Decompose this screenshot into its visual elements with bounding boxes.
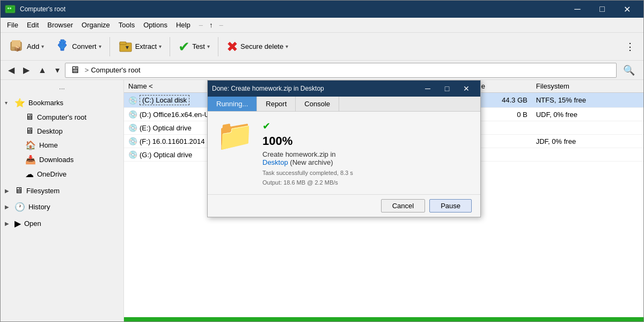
menu-bar: File Edit Browser Organize Tools Options… — [1, 18, 643, 33]
menu-edit[interactable]: Edit — [23, 19, 43, 31]
drive-icon-d: 💿 — [128, 110, 137, 119]
menu-file[interactable]: File — [3, 19, 23, 31]
secure-delete-button[interactable]: ✖ Secure delete ▾ — [222, 36, 293, 57]
menu-browser[interactable]: Browser — [43, 19, 77, 31]
extract-arrow[interactable]: ▾ — [159, 43, 162, 49]
sidebar-more[interactable]: ··· — [1, 82, 123, 94]
address-path[interactable]: 🖥 > Computer's root — [65, 63, 617, 78]
convert-arrow[interactable]: ▾ — [99, 43, 101, 49]
onedrive-icon: ☁ — [25, 169, 34, 179]
filesystem-icon: 🖥 — [14, 186, 23, 195]
sidebar-section-filesystem: ▶ 🖥 Filesystem — [1, 182, 123, 199]
open-expand-icon: ▶ — [5, 221, 11, 226]
dialog-body: 📁 ✔ 100% Create homework.zip in Desktop … — [208, 112, 480, 194]
minimize-button[interactable]: ─ — [565, 1, 590, 18]
drive-label-e: (E:) Optical drive — [140, 124, 192, 132]
pause-button[interactable]: Pause — [429, 199, 472, 213]
secure-delete-arrow[interactable]: ▾ — [286, 43, 288, 49]
sidebar-onedrive-label: OneDrive — [37, 170, 67, 178]
cancel-button[interactable]: Cancel — [381, 199, 425, 213]
dialog-tab-console[interactable]: Console — [296, 97, 339, 111]
convert-button[interactable]: ⇄ Convert ▾ — [50, 36, 106, 57]
test-button[interactable]: ✔ Test ▾ — [173, 36, 215, 57]
dialog-desc-link[interactable]: Desktop — [262, 158, 288, 166]
drive-icon-f: 💿 — [128, 137, 137, 145]
sidebar-item-onedrive[interactable]: ☁ OneDrive — [1, 167, 123, 181]
history-dropdown-button[interactable]: ▾ — [52, 63, 63, 77]
sidebar-item-history[interactable]: ▶ 🕐 History — [1, 200, 123, 214]
sidebar-item-desktop[interactable]: 🖥 Desktop — [1, 124, 123, 138]
dialog-tabs: Running... Report Console — [208, 97, 480, 112]
path-text: Computer's root — [91, 66, 140, 74]
menu-help[interactable]: Help — [172, 19, 195, 31]
cell-fs-d: UDF, 0% free — [532, 108, 643, 121]
menu-tools[interactable]: Tools — [114, 19, 139, 31]
sidebar-downloads-label: Downloads — [39, 156, 74, 164]
downloads-icon: 📥 — [25, 155, 36, 165]
history-expand-icon: ▶ — [5, 204, 11, 210]
convert-label: Convert — [72, 42, 97, 50]
sidebar-history-label: History — [28, 203, 50, 211]
cell-fs-c: NTFS, 15% free — [532, 93, 643, 108]
sidebar-item-home[interactable]: 🏠 Home — [1, 138, 123, 152]
dialog-desc-line1: Create homework.zip in — [262, 150, 336, 158]
sidebar-section-open: ▶ ▶ Open — [1, 215, 123, 232]
dialog-title: Done: Create homework.zip in Desktop — [212, 85, 418, 92]
drive-icon-e: 💿 — [128, 123, 137, 132]
window-controls: ─ □ ✕ — [565, 1, 639, 18]
filesystem-expand-icon: ▶ — [5, 188, 11, 194]
toolbar: 📦 Add ▾ ⇄ Convert ▾ — [1, 33, 643, 61]
menu-options[interactable]: Options — [139, 19, 172, 31]
extract-button[interactable]: Extract ▾ — [113, 36, 166, 57]
maximize-button[interactable]: □ — [590, 1, 614, 18]
toolbar-more[interactable]: ⋮ — [621, 39, 639, 55]
drive-label-c: (C:) Local disk — [140, 95, 189, 105]
home-icon: 🏠 — [25, 140, 36, 150]
sidebar-item-filesystem[interactable]: ▶ 🖥 Filesystem — [1, 184, 123, 197]
sidebar-bookmarks-label: Bookmarks — [28, 99, 63, 107]
dialog-tab-running[interactable]: Running... — [208, 97, 257, 111]
dialog-maximize-button[interactable]: □ — [437, 80, 457, 97]
add-arrow[interactable]: ▾ — [41, 43, 44, 49]
drive-icon-c: 💿 — [128, 96, 137, 105]
search-button[interactable]: 🔍 — [619, 62, 639, 78]
dialog-desc-link2: (New archive) — [290, 158, 333, 166]
dialog-tab-report[interactable]: Report — [257, 97, 296, 111]
dialog-desc: Create homework.zip in Desktop (New arch… — [262, 150, 472, 166]
add-button[interactable]: 📦 Add ▾ — [5, 36, 49, 57]
bookmarks-expand-icon: ▾ — [5, 100, 11, 106]
sidebar-item-open[interactable]: ▶ ▶ Open — [1, 216, 123, 231]
dialog-minimize-button[interactable]: ─ — [418, 80, 437, 97]
history-icon: 🕐 — [14, 202, 25, 212]
app-icon — [5, 4, 16, 14]
svg-text:📦: 📦 — [14, 45, 21, 52]
toolbar-divider-1 — [109, 37, 110, 56]
menu-up[interactable]: ↑ — [209, 21, 213, 29]
sidebar-computers-root-label: Computer's root — [37, 113, 86, 121]
address-bar: ◀ ▶ ▲ ▾ 🖥 > Computer's root 🔍 — [1, 61, 643, 80]
bookmarks-icon: ⭐ — [14, 98, 25, 108]
menu-organize[interactable]: Organize — [77, 19, 114, 31]
test-arrow[interactable]: ▾ — [207, 43, 210, 49]
path-icon: 🖥 — [70, 64, 79, 76]
add-label: Add — [27, 42, 39, 50]
col-filesystem[interactable]: Filesystem — [532, 80, 643, 93]
svg-rect-3 — [10, 8, 11, 9]
dialog-close-button[interactable]: ✕ — [457, 80, 476, 97]
drive-label-f: (F:) 16.0.11601.2014 — [140, 137, 204, 145]
sidebar-item-computers-root[interactable]: 🖥 Computer's root — [1, 110, 123, 124]
menu-dash2: – — [219, 21, 223, 29]
up-button[interactable]: ▲ — [35, 63, 50, 77]
add-icon: 📦 — [10, 38, 25, 55]
desktop-icon: 🖥 — [25, 126, 34, 136]
forward-button[interactable]: ▶ — [20, 63, 33, 77]
secure-delete-label: Secure delete — [240, 42, 283, 50]
sidebar: ··· ▾ ⭐ Bookmarks 🖥 Computer's root 🖥 De… — [1, 80, 124, 321]
close-button[interactable]: ✕ — [614, 1, 639, 18]
toolbar-divider-3 — [218, 37, 218, 56]
sidebar-item-bookmarks[interactable]: ▾ ⭐ Bookmarks — [1, 96, 123, 110]
dialog-percent: 100% — [262, 134, 472, 148]
menu-dash1: – — [199, 21, 203, 29]
back-button[interactable]: ◀ — [5, 63, 18, 77]
sidebar-item-downloads[interactable]: 📥 Downloads — [1, 152, 123, 167]
